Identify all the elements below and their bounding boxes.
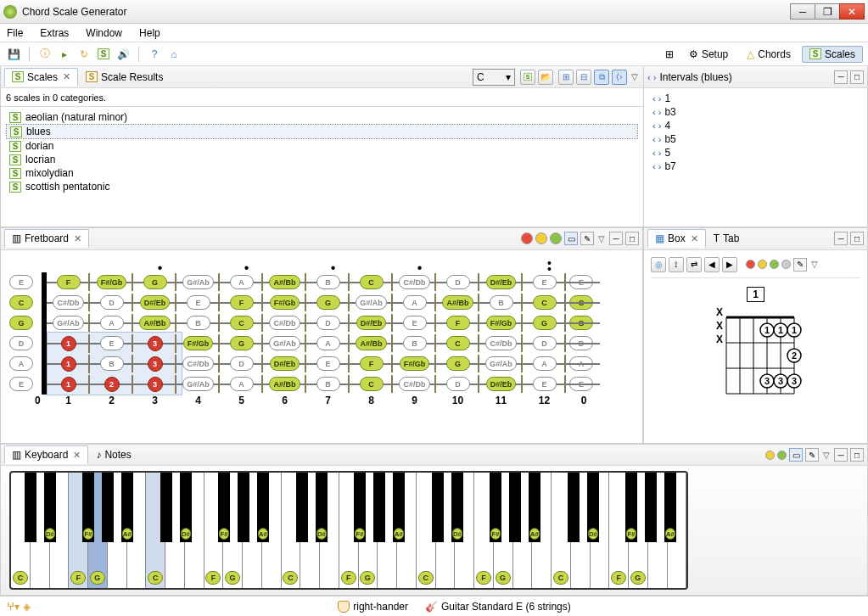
- scales-qa-icon[interactable]: S: [95, 46, 112, 63]
- color-other-icon[interactable]: [777, 451, 787, 460]
- scale-item[interactable]: Slocrian: [6, 153, 638, 166]
- black-key[interactable]: [373, 473, 385, 542]
- fret-cell[interactable]: D: [436, 275, 479, 289]
- black-key[interactable]: A#: [121, 473, 133, 542]
- perspective-chords[interactable]: △ Chords: [739, 46, 798, 63]
- black-key[interactable]: D#: [316, 473, 328, 542]
- fret-cell[interactable]: F#/Gb: [90, 275, 133, 289]
- fret-cell[interactable]: D: [220, 356, 263, 371]
- fret-cell[interactable]: B: [393, 336, 436, 350]
- fret-cell[interactable]: D: [90, 295, 133, 310]
- tuning-status[interactable]: 🎸 Guitar Standard E (6 strings): [425, 601, 571, 613]
- info-status-icon[interactable]: ◈: [23, 601, 31, 613]
- color-other-icon[interactable]: [770, 260, 779, 269]
- open-note[interactable]: G: [9, 316, 33, 330]
- fret-cell[interactable]: G: [306, 295, 350, 310]
- tab-keyboard[interactable]: ▥ Keyboard ✕: [4, 445, 88, 464]
- fret-cell[interactable]: C#/Db: [479, 336, 523, 350]
- play-icon[interactable]: ▸: [56, 46, 73, 63]
- fret-cell[interactable]: D#/Eb: [133, 295, 176, 310]
- interval-item[interactable]: ‹ ›b7: [651, 160, 860, 173]
- interval-item[interactable]: ‹ ›b5: [651, 132, 860, 146]
- fret-cell[interactable]: F: [436, 316, 479, 330]
- fret-cell[interactable]: C#/Db: [393, 377, 436, 391]
- fret-cell[interactable]: E: [523, 275, 566, 289]
- fret-cell[interactable]: 2: [90, 377, 133, 392]
- fret-cell[interactable]: C#/Db: [47, 295, 90, 310]
- black-key[interactable]: F#: [490, 473, 501, 542]
- collapse-icon[interactable]: ⊟: [576, 70, 591, 85]
- fret-cell[interactable]: 1: [47, 336, 90, 351]
- perspective-switch-icon[interactable]: ⊞: [661, 46, 678, 63]
- target-icon[interactable]: ◎: [651, 257, 666, 272]
- fret-cell[interactable]: D: [306, 316, 350, 330]
- black-key[interactable]: A#: [664, 473, 676, 542]
- fret-cell[interactable]: A#/Bb: [350, 336, 393, 350]
- fret-cell[interactable]: A: [220, 377, 263, 391]
- fret-cell[interactable]: D#/Eb: [263, 356, 306, 371]
- interval-item[interactable]: ‹ ›b3: [651, 105, 860, 119]
- color-scale-icon[interactable]: [535, 232, 547, 244]
- open-note[interactable]: D: [9, 336, 33, 350]
- fret-cell[interactable]: 1: [47, 377, 90, 392]
- home-icon[interactable]: ⌂: [165, 46, 182, 63]
- scale-item[interactable]: Saeolian (natural minor): [6, 110, 638, 124]
- fret-cell[interactable]: F#/Gb: [263, 295, 306, 310]
- intervals-toggle-icon[interactable]: ⟨›: [612, 70, 627, 85]
- fret-cell[interactable]: G: [436, 356, 479, 371]
- fret-cell[interactable]: F#/Gb: [479, 316, 523, 330]
- black-key[interactable]: [102, 473, 114, 542]
- pin-icon[interactable]: ⟟: [669, 257, 684, 272]
- edit-icon[interactable]: ✎: [580, 232, 594, 245]
- maximize-pane-icon[interactable]: □: [625, 232, 639, 245]
- close-tab-icon[interactable]: ✕: [73, 450, 81, 461]
- fret-cell[interactable]: A#/Bb: [436, 295, 479, 310]
- save-icon[interactable]: 💾: [5, 46, 22, 63]
- color-scale-icon[interactable]: [765, 451, 775, 460]
- fret-cell[interactable]: E: [306, 356, 350, 371]
- open-note-right[interactable]: C: [569, 295, 593, 310]
- black-key[interactable]: [296, 473, 308, 542]
- color-root-icon[interactable]: [521, 232, 533, 244]
- fret-cell[interactable]: A: [393, 295, 436, 310]
- redo-icon[interactable]: ↻: [76, 46, 92, 63]
- fret-cell[interactable]: E: [90, 336, 133, 350]
- black-key[interactable]: [238, 473, 249, 542]
- edit-icon[interactable]: ✎: [793, 258, 807, 272]
- fretboard-diagram[interactable]: •••••• EFF#/GbGG#/AbAA#/BbBCC#/DbDD#/EbE…: [1, 250, 642, 443]
- fret-cell[interactable]: A#/Bb: [263, 275, 306, 289]
- fret-cell[interactable]: F: [350, 356, 393, 371]
- tab-scales[interactable]: S Scales ✕: [4, 68, 78, 87]
- hand-status[interactable]: right-hander: [338, 601, 408, 613]
- fret-cell[interactable]: 3: [133, 336, 176, 351]
- fret-cell[interactable]: D: [436, 377, 479, 391]
- menu-window[interactable]: Window: [82, 25, 126, 41]
- black-key[interactable]: [432, 473, 444, 542]
- fret-cell[interactable]: D#/Eb: [479, 377, 523, 391]
- black-key[interactable]: [568, 473, 580, 542]
- fret-cell[interactable]: G#/Ab: [176, 377, 220, 391]
- open-note-right[interactable]: E: [569, 377, 593, 391]
- close-tab-icon[interactable]: ✕: [74, 233, 81, 244]
- fret-cell[interactable]: D: [523, 336, 566, 350]
- view-mode-icon[interactable]: ▭: [564, 232, 578, 245]
- fret-cell[interactable]: A: [90, 316, 133, 330]
- fret-cell[interactable]: B: [306, 275, 350, 289]
- link-icon[interactable]: ⇄: [686, 257, 702, 272]
- fret-cell[interactable]: G#/Ab: [47, 316, 90, 330]
- tuning-fork-icon[interactable]: ⵖ▾: [7, 601, 20, 613]
- view-menu-icon[interactable]: ▽: [630, 72, 640, 81]
- piano-diagram[interactable]: CFGCFGCFGCFGCFG D#F#A#D#F#A#D#F#A#D#F#A#…: [9, 471, 688, 590]
- tab-scale-results[interactable]: S Scale Results: [78, 68, 171, 87]
- open-note[interactable]: A: [9, 356, 33, 371]
- fret-cell[interactable]: E: [523, 377, 566, 391]
- black-key[interactable]: D#: [451, 473, 463, 542]
- chord-diagram[interactable]: 1 X X X: [709, 288, 803, 422]
- info-icon[interactable]: ⓘ: [36, 46, 53, 63]
- open-note[interactable]: E: [9, 377, 33, 391]
- black-key[interactable]: F#: [625, 473, 637, 542]
- interval-item[interactable]: ‹ ›4: [651, 119, 860, 132]
- next-box-icon[interactable]: ▶: [722, 257, 737, 272]
- scale-item[interactable]: Sdorian: [6, 139, 638, 153]
- fret-cell[interactable]: D#/Eb: [479, 275, 523, 289]
